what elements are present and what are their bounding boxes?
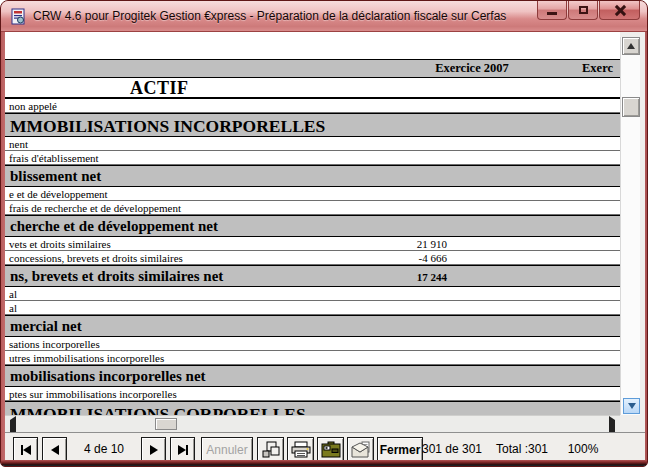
scroll-down-button[interactable] bbox=[623, 398, 640, 414]
cancel-button[interactable]: Annuler bbox=[201, 437, 253, 462]
window-bottom-border bbox=[1, 460, 647, 466]
client-area: Exercice 2007 Exerc ACTIF non appeléMMOB… bbox=[5, 32, 645, 462]
mail-button[interactable] bbox=[347, 437, 374, 462]
first-page-button[interactable] bbox=[13, 437, 38, 462]
row-label: non appelé bbox=[9, 100, 57, 112]
printer-icon bbox=[291, 441, 311, 458]
toolbar: 4 de 10 Annuler bbox=[5, 432, 645, 462]
report-document-icon bbox=[10, 8, 27, 25]
report-row: utres immobilisations incorporelles bbox=[5, 351, 620, 365]
print-button[interactable] bbox=[287, 437, 314, 462]
last-page-button[interactable] bbox=[170, 437, 195, 462]
report-row: e et de développement bbox=[5, 187, 620, 201]
column-header-exercice-clipped: Exerc bbox=[582, 61, 613, 76]
row-label: frais d'établissement bbox=[9, 152, 99, 164]
section-band: mobilisations incorporelles net bbox=[5, 365, 620, 387]
maximize-button[interactable] bbox=[568, 1, 598, 20]
export-button[interactable] bbox=[317, 437, 344, 462]
zoom-level: 100% bbox=[561, 442, 605, 456]
report-row: non appelé bbox=[5, 99, 620, 113]
row-label: e et de développement bbox=[9, 188, 108, 200]
last-page-bar-icon bbox=[186, 445, 188, 455]
mail-icon bbox=[351, 441, 371, 458]
total-indicator: Total :301 bbox=[493, 442, 551, 456]
column-header-exercice-2007: Exercice 2007 bbox=[430, 61, 514, 76]
row-label: MMOBILISATIONS CORPORELLES bbox=[10, 404, 306, 415]
section-band: mercial net bbox=[5, 315, 620, 337]
section-band: ns, brevets et droits similaires net17 2… bbox=[5, 265, 620, 287]
window-title: CRW 4.6 pour Progitek Gestion €xpress - … bbox=[33, 9, 506, 23]
row-label: mercial net bbox=[10, 318, 82, 335]
report-row: al bbox=[5, 301, 620, 315]
close-button[interactable] bbox=[599, 1, 640, 20]
record-indicator: 301 de 301 bbox=[413, 442, 491, 456]
report-header-row: Exercice 2007 Exerc bbox=[5, 59, 620, 78]
row-value: 17 244 bbox=[417, 271, 447, 283]
last-page-icon bbox=[178, 445, 186, 455]
titlebar[interactable]: CRW 4.6 pour Progitek Gestion €xpress - … bbox=[1, 1, 647, 32]
row-label: al bbox=[9, 288, 17, 300]
next-page-button[interactable] bbox=[141, 437, 166, 462]
scroll-up-button[interactable] bbox=[622, 37, 640, 55]
window-controls bbox=[536, 1, 640, 20]
row-label: utres immobilisations incorporelles bbox=[9, 352, 164, 364]
report-top-margin bbox=[5, 32, 620, 59]
row-label: MMOBILISATIONS INCORPORELLES bbox=[10, 116, 325, 137]
row-value: 21 910 bbox=[417, 238, 447, 250]
page-setup-button[interactable] bbox=[257, 437, 284, 462]
report-title-row: ACTIF bbox=[5, 78, 620, 99]
down-arrow-icon bbox=[628, 403, 636, 409]
cascade-pages-icon bbox=[261, 441, 281, 459]
row-value: -4 666 bbox=[419, 252, 447, 264]
app-window: CRW 4.6 pour Progitek Gestion €xpress - … bbox=[0, 0, 648, 467]
row-label: blissement net bbox=[10, 168, 101, 185]
report-row: ptes sur immobilisations incorporelles bbox=[5, 387, 620, 401]
previous-page-icon bbox=[51, 445, 59, 455]
report-row: concessions, brevets et droits similaire… bbox=[5, 251, 620, 265]
row-label: vets et droits similaires bbox=[9, 238, 111, 250]
report-row: al bbox=[5, 287, 620, 301]
row-label: ns, brevets et droits similaires net bbox=[10, 268, 223, 285]
vertical-scroll-thumb[interactable] bbox=[622, 97, 640, 117]
page-indicator: 4 de 10 bbox=[67, 442, 141, 456]
section-band: MMOBILISATIONS INCORPORELLES bbox=[5, 113, 620, 137]
row-label: al bbox=[9, 302, 17, 314]
previous-page-button[interactable] bbox=[42, 437, 67, 462]
report-rows: non appeléMMOBILISATIONS INCORPORELLESne… bbox=[5, 99, 620, 415]
horizontal-scroll-thumb[interactable] bbox=[155, 418, 177, 430]
row-label: ptes sur immobilisations incorporelles bbox=[9, 388, 177, 400]
section-band: MMOBILISATIONS CORPORELLES bbox=[5, 401, 620, 415]
vertical-scrollbar[interactable] bbox=[620, 37, 640, 415]
row-label: mobilisations incorporelles net bbox=[10, 368, 206, 385]
row-label: frais de recherche et de développement bbox=[9, 202, 181, 214]
left-arrow-icon bbox=[23, 445, 31, 455]
next-page-icon bbox=[150, 445, 158, 455]
minimize-button[interactable] bbox=[537, 1, 567, 20]
up-arrow-icon bbox=[627, 43, 635, 49]
report-viewport[interactable]: Exercice 2007 Exerc ACTIF non appeléMMOB… bbox=[5, 32, 620, 415]
report-row: nent bbox=[5, 137, 620, 151]
report-row: vets et droits similaires21 910 bbox=[5, 237, 620, 251]
export-icon bbox=[321, 441, 341, 458]
section-band: cherche et de développement net bbox=[5, 215, 620, 237]
section-band: blissement net bbox=[5, 165, 620, 187]
report-row: frais de recherche et de développement bbox=[5, 201, 620, 215]
report-section-title: ACTIF bbox=[130, 78, 189, 99]
maximize-icon bbox=[579, 6, 588, 14]
row-label: cherche et de développement net bbox=[10, 218, 218, 235]
row-label: nent bbox=[9, 138, 28, 150]
close-icon bbox=[614, 5, 625, 16]
row-label: concessions, brevets et droits similaire… bbox=[9, 252, 183, 264]
report-row: sations incorporelles bbox=[5, 337, 620, 351]
minimize-icon bbox=[547, 12, 557, 15]
row-label: sations incorporelles bbox=[9, 338, 100, 350]
report-row: frais d'établissement bbox=[5, 151, 620, 165]
horizontal-scrollbar[interactable] bbox=[5, 415, 620, 432]
